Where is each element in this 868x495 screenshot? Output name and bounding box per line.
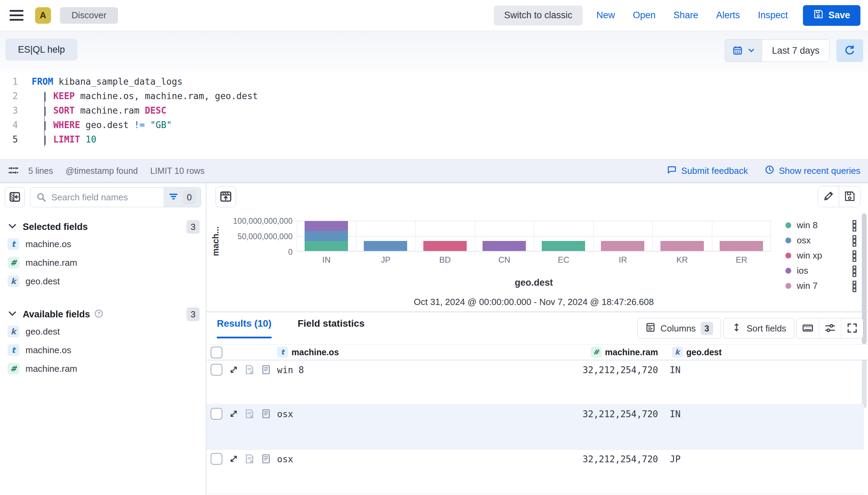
search-icon	[31, 192, 49, 202]
table-row[interactable]: osx 32,212,254,720 JP	[207, 450, 864, 494]
row-checkbox[interactable]	[211, 453, 222, 465]
tab-field-statistics[interactable]: Field statistics	[298, 318, 365, 338]
fullscreen-button[interactable]	[841, 318, 863, 338]
nav-inspect[interactable]: Inspect	[758, 10, 788, 21]
display-options-button[interactable]	[819, 318, 841, 338]
field-item-machine-os[interactable]: t machine.os	[0, 341, 206, 359]
switch-to-classic-button[interactable]: Switch to classic	[494, 6, 583, 25]
submit-feedback-link[interactable]: Submit feedback	[667, 165, 748, 177]
field-item-machine-ram[interactable]: # machine.ram	[0, 359, 206, 378]
row-checkbox[interactable]	[211, 408, 222, 420]
bar-IN-win-8[interactable]	[305, 241, 348, 251]
gridline	[534, 220, 534, 252]
degraded-doc-icon[interactable]	[244, 365, 255, 375]
menu-icon[interactable]	[8, 7, 25, 24]
view-document-icon[interactable]	[261, 454, 271, 464]
available-fields-title: Available fields	[23, 309, 90, 320]
grid-display-controls	[796, 318, 863, 339]
nav-new[interactable]: New	[596, 10, 615, 21]
legend-item-win7[interactable]: win 7	[785, 278, 861, 293]
collapse-sidebar-button[interactable]	[5, 187, 25, 207]
expand-row-icon[interactable]	[229, 365, 239, 375]
calendar-dropdown-button[interactable]	[725, 40, 762, 62]
x-tick-EC: EC	[534, 255, 593, 265]
legend-dot	[785, 222, 791, 228]
esql-editor[interactable]: 1 FROM kibana_sample_data_logs 2 | KEEP …	[0, 72, 868, 159]
gridline	[712, 220, 712, 252]
bar-BD-win-xp[interactable]	[423, 241, 467, 251]
bar-CN-ios[interactable]	[483, 241, 526, 251]
edit-visualization-button[interactable]	[818, 186, 839, 207]
row-checkbox[interactable]	[211, 364, 222, 376]
hide-chart-button[interactable]	[215, 187, 236, 207]
legend-item-winxp[interactable]: win xp	[785, 248, 861, 263]
legend-actions-icon[interactable]	[850, 250, 859, 262]
legend-item-osx[interactable]: osx	[785, 233, 861, 248]
show-recent-queries-link[interactable]: Show recent queries	[764, 165, 860, 177]
column-header-machine-os[interactable]: t machine.os	[277, 347, 339, 358]
table-row[interactable]: win 8 32,212,254,720 IN	[207, 360, 864, 404]
nav-share[interactable]: Share	[674, 10, 698, 21]
editor-settings-icon[interactable]	[8, 165, 19, 178]
select-all-checkbox[interactable]	[211, 347, 222, 358]
bar-ER-win-7[interactable]	[720, 241, 763, 251]
editor-line-5[interactable]: 5 | LIMIT 10	[0, 132, 868, 147]
legend-dot	[785, 238, 791, 243]
view-document-icon[interactable]	[261, 365, 271, 375]
legend-actions-icon[interactable]	[850, 265, 859, 277]
field-item-geo-dest[interactable]: k geo.dest	[0, 272, 206, 291]
tab-results[interactable]: Results (10)	[217, 318, 272, 338]
refresh-button[interactable]	[836, 39, 863, 62]
columns-button[interactable]: Columns 3	[637, 318, 721, 339]
editor-line-1[interactable]: 1 FROM kibana_sample_data_logs	[0, 74, 868, 89]
chart-plot[interactable]: INJPBDCNECIRKRER	[297, 220, 771, 252]
column-header-geo-dest[interactable]: k geo.dest	[672, 347, 722, 358]
space-avatar[interactable]: A	[35, 7, 51, 24]
editor-line-4[interactable]: 4 | WHERE geo.dest != "GB"	[0, 118, 868, 132]
nav-alerts[interactable]: Alerts	[716, 10, 740, 21]
expand-row-icon[interactable]	[229, 409, 239, 419]
editor-line-2[interactable]: 2 | KEEP machine.os, machine.ram, geo.de…	[0, 89, 868, 103]
bar-JP-osx[interactable]	[364, 241, 407, 251]
time-range-button[interactable]: Last 7 days	[762, 40, 829, 62]
pencil-icon	[823, 190, 834, 203]
degraded-doc-icon[interactable]	[244, 454, 255, 464]
editor-line-3[interactable]: 3 | SORT machine.ram DESC	[0, 103, 868, 118]
field-filter-button[interactable]: 0	[163, 188, 201, 207]
field-item-machine-os[interactable]: t machine.os	[0, 235, 206, 253]
field-item-geo-dest[interactable]: k geo.dest	[0, 322, 206, 341]
nav-open[interactable]: Open	[633, 10, 656, 21]
field-item-machine-ram[interactable]: # machine.ram	[0, 253, 206, 272]
bar-IN-osx[interactable]	[305, 231, 348, 241]
x-tick-IR: IR	[593, 255, 653, 265]
bar-EC-win-8[interactable]	[542, 241, 585, 251]
keyboard-shortcuts-button[interactable]	[797, 318, 819, 338]
editor-stats: 5 lines @timestamp found LIMIT 10 rows	[28, 166, 204, 176]
available-fields-header[interactable]: Available fields ? 3	[0, 306, 206, 322]
legend-actions-icon[interactable]	[850, 280, 859, 293]
legend-actions-icon[interactable]	[850, 235, 859, 247]
esql-help-button[interactable]: ES|QL help	[6, 39, 77, 61]
table-row[interactable]: osx 32,212,254,720 IN	[207, 404, 864, 450]
legend-actions-icon[interactable]	[850, 220, 859, 232]
save-button[interactable]: Save	[803, 5, 860, 26]
columns-count-badge: 3	[701, 322, 713, 335]
breadcrumb[interactable]: Discover	[60, 7, 118, 24]
sort-fields-button[interactable]: Sort fields	[723, 318, 794, 339]
help-icon[interactable]: ?	[94, 309, 103, 319]
bar-IR-win-7[interactable]	[601, 241, 644, 251]
bar-IN-ios[interactable]	[305, 221, 348, 231]
search-input[interactable]	[49, 192, 163, 203]
column-header-machine-ram[interactable]: # machine.ram	[523, 347, 658, 358]
bar-KR-win-7[interactable]	[660, 241, 704, 251]
selected-fields-header[interactable]: Selected fields 3	[0, 219, 206, 235]
save-visualization-button[interactable]	[839, 186, 860, 207]
legend-item-ios[interactable]: ios	[785, 263, 861, 278]
keyword-type-icon: k	[8, 326, 19, 337]
expand-row-icon[interactable]	[229, 454, 239, 464]
sliders-icon	[824, 322, 836, 335]
view-document-icon[interactable]	[261, 409, 271, 419]
timestamp-status: @timestamp found	[65, 166, 138, 176]
degraded-doc-icon[interactable]	[244, 409, 255, 419]
legend-item-win8[interactable]: win 8	[785, 218, 861, 233]
